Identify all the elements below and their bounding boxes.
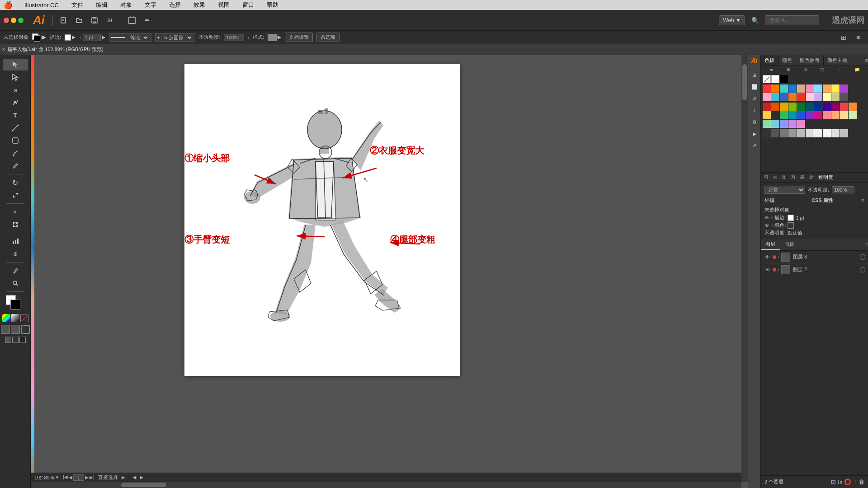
point-shape-select[interactable]: 5 点圆形 bbox=[161, 34, 193, 41]
add-mask-btn[interactable]: ⭕ bbox=[844, 479, 851, 485]
free-transform-tool[interactable] bbox=[3, 219, 28, 230]
pencil-tool[interactable] bbox=[3, 160, 28, 172]
bridge-btn[interactable]: St bbox=[104, 14, 116, 27]
ext-swatch-22[interactable] bbox=[763, 120, 771, 128]
vertical-scrollbar[interactable] bbox=[741, 55, 748, 482]
ext-swatch-23[interactable] bbox=[771, 120, 779, 128]
opacity-input[interactable] bbox=[224, 34, 244, 41]
layers-menu-btn[interactable]: ≡ bbox=[865, 239, 868, 250]
ext-swatch-1[interactable] bbox=[771, 103, 779, 111]
nav-tab-tu[interactable]: 图 bbox=[781, 174, 788, 181]
swatch-black[interactable] bbox=[780, 75, 788, 83]
arrange-btn[interactable]: ≡ bbox=[852, 31, 864, 44]
next-page-btn[interactable]: ▶ bbox=[85, 474, 89, 481]
menu-file[interactable]: 文件 bbox=[69, 0, 86, 10]
menu-object[interactable]: 对象 bbox=[118, 0, 135, 10]
swatch-lt-pink[interactable] bbox=[806, 93, 814, 101]
ext-swatch-16[interactable] bbox=[806, 111, 814, 119]
menu-edit[interactable]: 编辑 bbox=[93, 0, 110, 10]
swatch-pink[interactable] bbox=[806, 84, 814, 93]
menu-illustrator[interactable]: Illustrator CC bbox=[22, 1, 61, 9]
horizontal-scrollbar[interactable] bbox=[31, 482, 741, 488]
ai-btn-3[interactable]: ↺ bbox=[750, 94, 760, 103]
tab-color[interactable]: 颜色 bbox=[778, 55, 796, 66]
swatch-blue2[interactable] bbox=[780, 93, 788, 101]
blend-mode-select[interactable]: 正常 bbox=[764, 186, 805, 194]
nav-tab-fu[interactable]: 符 bbox=[763, 174, 770, 181]
swatch-red2[interactable] bbox=[797, 93, 805, 101]
stroke-prop-swatch[interactable] bbox=[788, 215, 794, 221]
ext-swatch-18[interactable] bbox=[823, 111, 831, 119]
arrow-stroke[interactable]: › bbox=[771, 215, 773, 220]
web-selector[interactable]: Web ▼ bbox=[719, 15, 745, 25]
swatch-lavender[interactable] bbox=[814, 93, 822, 101]
fx-btn[interactable]: fx bbox=[838, 479, 842, 485]
draw-behind-mode[interactable] bbox=[11, 325, 20, 334]
layer-2-arrow[interactable]: › bbox=[778, 267, 779, 272]
ai-btn-4[interactable]: ↕ bbox=[750, 105, 760, 115]
ext-swatch-7[interactable] bbox=[823, 103, 831, 111]
brush-tool[interactable] bbox=[3, 147, 28, 159]
swatch-type[interactable]: ⋮ bbox=[837, 67, 841, 72]
ai-btn-5[interactable]: ⚙ bbox=[750, 117, 760, 127]
gray-9[interactable] bbox=[840, 129, 848, 137]
shape-tool[interactable] bbox=[3, 135, 28, 146]
tab-close-btn[interactable]: ✕ bbox=[2, 47, 5, 52]
eye-fill[interactable]: 👁 bbox=[764, 223, 769, 228]
open-btn[interactable] bbox=[73, 14, 85, 27]
gray-7[interactable] bbox=[823, 129, 831, 137]
stroke-width-input[interactable] bbox=[83, 34, 101, 41]
screen-mode-normal[interactable] bbox=[5, 337, 11, 343]
layer-row-3[interactable]: 👁 › 图层 3 bbox=[761, 251, 868, 263]
ext-swatch-6[interactable] bbox=[814, 103, 822, 111]
color-icon[interactable] bbox=[2, 314, 10, 322]
ext-swatch-25[interactable] bbox=[788, 120, 797, 128]
search-btn[interactable]: 🔍 bbox=[749, 14, 761, 27]
find-layer-btn[interactable]: ⊡ bbox=[831, 479, 836, 485]
align-btn[interactable]: ⊞ bbox=[837, 31, 850, 44]
reshape-tool[interactable]: ⟡ bbox=[3, 206, 28, 218]
menu-window[interactable]: 窗口 bbox=[240, 0, 257, 10]
ext-swatch-15[interactable] bbox=[797, 111, 805, 119]
gray-8[interactable] bbox=[831, 129, 840, 137]
tab-artboards[interactable]: 画板 bbox=[780, 239, 799, 250]
ext-swatch-14[interactable] bbox=[788, 111, 797, 119]
lasso-tool[interactable]: ⌀ bbox=[3, 84, 28, 96]
swatch-yellow[interactable] bbox=[831, 84, 840, 93]
search-input[interactable] bbox=[765, 15, 819, 25]
gray-1[interactable] bbox=[771, 129, 779, 137]
swatch-orange[interactable] bbox=[771, 84, 779, 93]
apple-menu[interactable]: 🍎 bbox=[4, 1, 13, 9]
window-maximize[interactable] bbox=[18, 18, 24, 23]
page-input[interactable] bbox=[73, 474, 84, 481]
ext-swatch-10[interactable] bbox=[849, 103, 857, 111]
first-page-btn[interactable]: |◀ bbox=[63, 474, 68, 481]
stroke-swatch[interactable] bbox=[10, 300, 20, 310]
ai-btn-2[interactable]: ⬜ bbox=[750, 82, 760, 92]
swatch-red[interactable] bbox=[763, 84, 771, 93]
swatch-small-thumb[interactable]: ⊞ bbox=[787, 67, 790, 72]
ext-swatch-11[interactable] bbox=[763, 111, 771, 119]
layer-3-arrow[interactable]: › bbox=[778, 255, 779, 259]
artboard-btn[interactable] bbox=[126, 14, 138, 27]
swatch-teal[interactable] bbox=[780, 84, 788, 93]
tool-dropdown[interactable]: ▶ bbox=[122, 475, 125, 480]
normal-mode[interactable] bbox=[1, 325, 10, 334]
nav-tab-hua[interactable]: 画 bbox=[772, 174, 779, 181]
swatch-list-view[interactable]: ☰ bbox=[769, 67, 774, 72]
eye-stroke[interactable]: 👁 bbox=[764, 215, 769, 221]
pen-tool[interactable] bbox=[3, 97, 28, 108]
tab-layers[interactable]: 图层 bbox=[761, 239, 780, 250]
symbol-tool[interactable]: ⊕ bbox=[3, 248, 28, 260]
swatch-lt-blue[interactable] bbox=[814, 84, 822, 93]
prev-page-btn[interactable]: ◀ bbox=[69, 474, 72, 481]
last-page-btn[interactable]: ▶| bbox=[90, 474, 94, 481]
preferences-btn[interactable]: 首选项 bbox=[316, 33, 340, 42]
screen-mode-full[interactable] bbox=[19, 337, 26, 343]
type-tool[interactable]: T bbox=[3, 109, 28, 121]
menu-view[interactable]: 视图 bbox=[215, 0, 232, 10]
swatch-skin[interactable] bbox=[797, 84, 805, 93]
canvas-area[interactable]: ①缩小头部 ②衣服变宽大 ③ bbox=[31, 55, 748, 488]
ext-swatch-4[interactable] bbox=[797, 103, 805, 111]
menu-help[interactable]: 帮助 bbox=[264, 0, 281, 10]
